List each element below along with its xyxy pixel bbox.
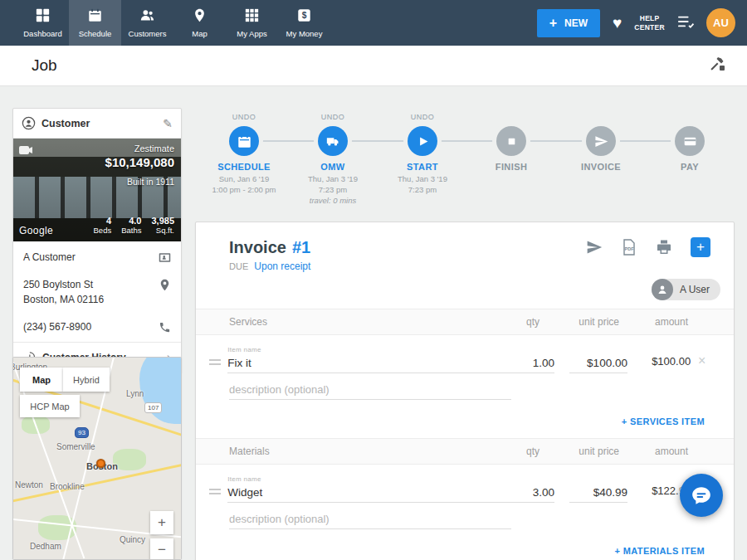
start-step-button[interactable] [408, 126, 437, 156]
step-label: SCHEDULE [199, 162, 289, 172]
checklist-icon[interactable] [677, 14, 694, 32]
undo-link[interactable]: UNDO [288, 113, 378, 123]
map-type-button-hcp[interactable]: HCP Map [20, 395, 80, 417]
step-dates: Thu, Jan 3 '19 7:23 pm [378, 174, 467, 196]
item-amount: $100.00 [642, 355, 691, 373]
undo-link[interactable]: UNDO [199, 113, 289, 123]
nav-item-dashboard[interactable]: Dashboard [17, 0, 69, 46]
section-name: Services [229, 316, 490, 328]
route-shield-interstate: 93 [75, 427, 89, 438]
help-center-link[interactable]: HELP CENTER [634, 14, 665, 32]
schedule-step-button[interactable] [229, 126, 259, 156]
heart-icon[interactable]: ♥ [613, 14, 622, 32]
item-description-input[interactable] [229, 511, 511, 529]
contact-card-icon[interactable] [159, 251, 171, 264]
nav-item-schedule[interactable]: Schedule [69, 0, 121, 46]
dashboard-icon [36, 8, 50, 26]
step-invoice: INVOICE [556, 113, 646, 172]
undo-link[interactable]: UNDO [378, 113, 467, 123]
invoice-actions: PDF + [586, 237, 710, 257]
finish-step-button[interactable] [496, 126, 526, 156]
page-header: Job [0, 46, 747, 86]
add-materials-item-link[interactable]: + MATERIALS ITEM [614, 546, 705, 556]
map-type-button-map[interactable]: Map [20, 368, 63, 392]
baths-label: Baths [121, 226, 141, 235]
zestimate-built: Built in 1911 [105, 177, 174, 187]
svg-text:PDF: PDF [625, 246, 635, 251]
add-button[interactable]: + [691, 237, 710, 257]
send-icon[interactable] [586, 239, 603, 256]
chat-bubble-button[interactable] [680, 474, 723, 517]
customer-card-header: Customer ✎ [13, 109, 181, 139]
map-canvas[interactable]: Burlington Lynn 107 93 Somerville Boston… [13, 358, 181, 559]
job-location-marker [96, 459, 105, 468]
step-label: PAY [645, 162, 735, 172]
invoice-header: Invoice #1 PDF + [196, 222, 734, 259]
item-description-input[interactable] [229, 382, 511, 400]
nav-right-controls: + NEW ♥ HELP CENTER AU [537, 0, 747, 46]
item-name-label: Item name [227, 346, 510, 353]
invoice-step-button[interactable] [586, 126, 616, 156]
item-name-input[interactable] [227, 355, 510, 373]
drag-handle[interactable] [209, 489, 221, 494]
edit-pencil-icon[interactable]: ✎ [163, 117, 173, 130]
zoom-out-button[interactable]: − [150, 538, 173, 560]
zestimate-overlay: Zestimate $10,149,080 Built in 1911 [105, 144, 174, 187]
item-unit-price-input[interactable] [569, 485, 627, 503]
drag-handle[interactable] [209, 359, 221, 365]
item-qty-input[interactable] [510, 355, 554, 373]
assigned-user-name: A User [680, 284, 710, 295]
user-avatar[interactable]: AU [706, 8, 735, 37]
assigned-user-pill[interactable]: A User [652, 279, 720, 300]
new-button[interactable]: + NEW [537, 9, 600, 37]
col-qty: qty [490, 316, 540, 328]
nav-item-my-money[interactable]: $ My Money [278, 0, 330, 46]
job-progress-stepper: UNDO SCHEDULE Sun, Jan 6 '19 1:00 pm - 2… [199, 113, 735, 217]
step-label: FINISH [466, 162, 556, 172]
job-tools-icon[interactable] [709, 56, 725, 75]
nav-item-customers[interactable]: Customers [121, 0, 173, 46]
remove-item-icon[interactable]: × [698, 353, 706, 368]
section-name: Materials [229, 446, 490, 457]
add-services-item-link[interactable]: + SERVICES ITEM [622, 416, 705, 426]
map-water [139, 357, 182, 424]
print-icon[interactable] [656, 239, 672, 256]
item-qty-input[interactable] [510, 485, 554, 503]
zestimate-stats: 4Beds 4.0Baths 3,985Sq.ft. [94, 216, 174, 235]
service-description-row [196, 373, 734, 402]
beds-value: 4 [106, 216, 111, 226]
phone-icon[interactable] [159, 321, 171, 334]
step-dates: Thu, Jan 3 '19 7:23 pm travel: 0 mins [288, 174, 378, 206]
step-start: UNDO START Thu, Jan 3 '19 7:23 pm [378, 113, 467, 196]
baths-value: 4.0 [129, 216, 141, 226]
invoice-number[interactable]: #1 [292, 238, 310, 257]
location-pin-icon[interactable] [159, 279, 171, 291]
pay-step-button[interactable] [675, 126, 705, 156]
property-photo: Zestimate $10,149,080 Built in 1911 4Bed… [13, 139, 181, 241]
item-name-input[interactable] [227, 485, 510, 503]
materials-section-header: Materials qty unit price amount [196, 438, 734, 465]
zoom-in-button[interactable]: + [150, 511, 173, 534]
pdf-icon[interactable]: PDF [621, 239, 637, 256]
due-terms-link[interactable]: Upon receipt [254, 261, 310, 272]
step-label: START [378, 162, 467, 172]
top-nav: Dashboard Schedule Customers Map My Apps… [0, 0, 747, 46]
streetview-icon [19, 144, 32, 158]
map-pin-icon [193, 8, 207, 26]
omw-step-button[interactable] [318, 126, 348, 156]
step-pay: PAY [645, 113, 735, 172]
customer-card-title: Customer [42, 118, 157, 129]
item-name-label: Item name [227, 475, 510, 483]
col-qty: qty [490, 446, 540, 457]
nav-item-my-apps[interactable]: My Apps [226, 0, 278, 46]
invoice-title: Invoice [229, 238, 286, 257]
customer-phone: (234) 567-8900 [23, 320, 152, 334]
nav-item-map[interactable]: Map [173, 0, 226, 46]
map-label: Brookline [50, 482, 85, 491]
col-amount: amount [634, 446, 688, 457]
item-unit-price-input[interactable] [569, 355, 627, 373]
people-icon [140, 8, 154, 26]
customer-address-row: 250 Boylston StBoston, MA 02116 [13, 271, 181, 314]
map-type-button-hybrid[interactable]: Hybrid [63, 368, 110, 392]
due-line: DUE Upon receipt [196, 259, 734, 272]
